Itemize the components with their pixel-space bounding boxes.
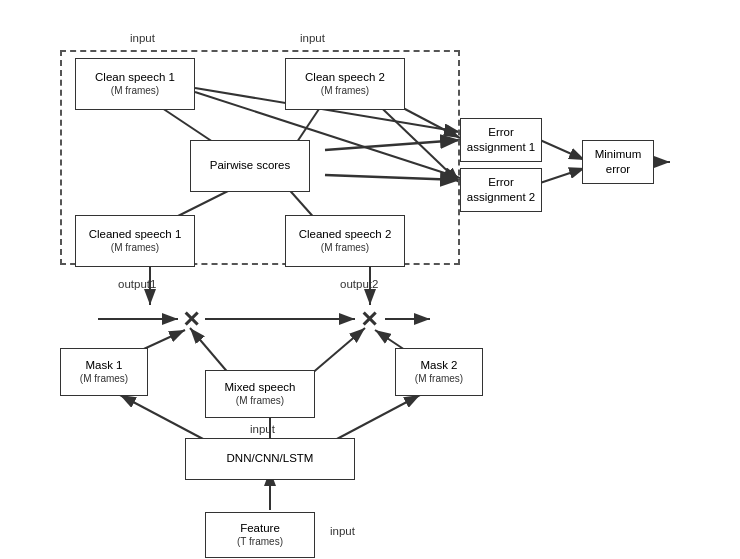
feature-input-label: input (330, 525, 355, 537)
feature-label: Feature (240, 521, 280, 536)
minimum-error-label: Minimumerror (595, 147, 642, 177)
error-assignment-2-box: Errorassignment 2 (460, 168, 542, 212)
mask-1-sublabel: (M frames) (80, 372, 128, 385)
svg-line-21 (120, 395, 205, 440)
pairwise-scores-label: Pairwise scores (210, 158, 291, 173)
mask-1-label: Mask 1 (85, 358, 122, 373)
svg-line-24 (190, 328, 230, 375)
mixed-speech-box: Mixed speech (M frames) (205, 370, 315, 418)
feature-box: Feature (T frames) (205, 512, 315, 558)
output2-label: output2 (340, 278, 378, 290)
cross-symbol-1: ✕ (179, 308, 203, 332)
dnn-cnn-lstm-box: DNN/CNN/LSTM (185, 438, 355, 480)
svg-line-11 (540, 168, 585, 183)
cleaned-speech-1-label: Cleaned speech 1 (89, 227, 182, 242)
clean-speech-1-label: Clean speech 1 (95, 70, 175, 85)
clean-speech-2-label: Clean speech 2 (305, 70, 385, 85)
pairwise-scores-box: Pairwise scores (190, 140, 310, 192)
error-assignment-1-label: Errorassignment 1 (467, 125, 535, 155)
cleaned-speech-1-sublabel: (M frames) (111, 241, 159, 254)
error-assignment-2-label: Errorassignment 2 (467, 175, 535, 205)
clean-speech-2-sublabel: (M frames) (321, 84, 369, 97)
cross-symbol-2: ✕ (357, 308, 381, 332)
clean-speech-1-sublabel: (M frames) (111, 84, 159, 97)
clean-speech-1-box: Clean speech 1 (M frames) (75, 58, 195, 110)
minimum-error-box: Minimumerror (582, 140, 654, 184)
cleaned-speech-1-box: Cleaned speech 1 (M frames) (75, 215, 195, 267)
svg-line-10 (540, 140, 585, 160)
input-label-2: input (300, 32, 325, 44)
feature-sublabel: (T frames) (237, 535, 283, 548)
svg-line-22 (335, 395, 420, 440)
cleaned-speech-2-box: Cleaned speech 2 (M frames) (285, 215, 405, 267)
cleaned-speech-2-sublabel: (M frames) (321, 241, 369, 254)
clean-speech-2-box: Clean speech 2 (M frames) (285, 58, 405, 110)
mixed-speech-label: Mixed speech (225, 380, 296, 395)
cleaned-speech-2-label: Cleaned speech 2 (299, 227, 392, 242)
mixed-speech-sublabel: (M frames) (236, 394, 284, 407)
diagram-container: input input Clean speech 1 (M frames) Cl… (30, 20, 710, 540)
dnn-cnn-lstm-label: DNN/CNN/LSTM (227, 451, 314, 466)
mask-1-box: Mask 1 (M frames) (60, 348, 148, 396)
mask-2-box: Mask 2 (M frames) (395, 348, 483, 396)
output1-label: output1 (118, 278, 156, 290)
input-label-1: input (130, 32, 155, 44)
error-assignment-1-box: Errorassignment 1 (460, 118, 542, 162)
svg-line-25 (310, 328, 365, 375)
mask-2-label: Mask 2 (420, 358, 457, 373)
input-label-3: input (250, 423, 275, 435)
mask-2-sublabel: (M frames) (415, 372, 463, 385)
